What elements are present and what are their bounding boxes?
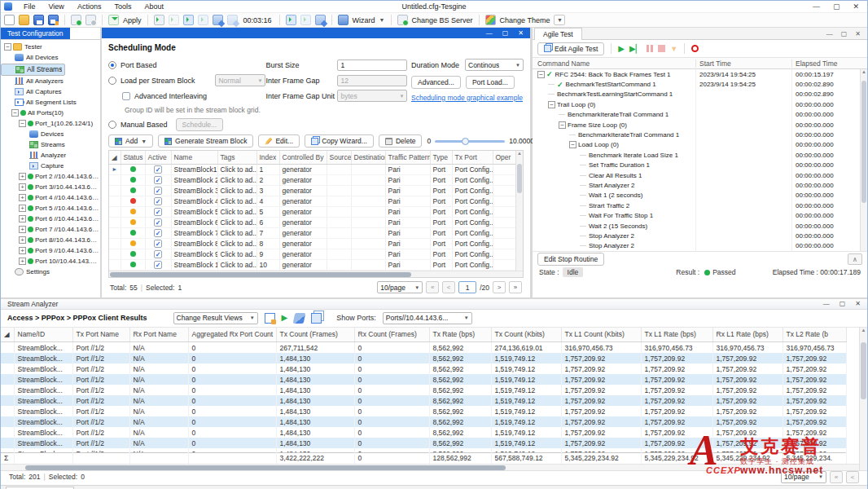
start-results-icon[interactable]: ▶ (282, 314, 288, 322)
column-command-name[interactable]: Command Name (533, 59, 695, 68)
wizard-dropdown-icon[interactable]: ▼ (379, 17, 385, 23)
column-elapsed-time[interactable]: Elapsed Time (791, 59, 867, 68)
column-tags[interactable]: Tags (217, 151, 256, 164)
clear-results-icon[interactable] (293, 313, 306, 324)
active-checkbox[interactable]: ✓ (154, 240, 162, 248)
row-selector[interactable] (1, 363, 14, 374)
row-selector[interactable] (1, 416, 14, 427)
stream-row[interactable]: ►✓StreamBlock1Click to ad...1generatorPa… (109, 164, 515, 174)
tree-item[interactable]: +Port 8//10.44.143.64/1/1 (1, 235, 100, 245)
wizard-label[interactable]: Wizard (353, 16, 375, 24)
new-file-icon[interactable] (4, 15, 15, 25)
column-tx-port[interactable]: Tx Port (452, 151, 493, 164)
analyzer-hscrollbar[interactable] (1, 464, 867, 470)
wizard-icon[interactable] (338, 15, 349, 25)
agile-command-row[interactable]: Clear All Results 100:00:00.000 (533, 170, 867, 180)
stream-row[interactable]: ✓StreamBlock 4Click to ad...4generatorPa… (109, 196, 515, 206)
analyzer-row[interactable]: StreamBlock...Port //1/2N/A01,484,13008,… (1, 416, 846, 427)
sequencer-stop-icon[interactable] (300, 15, 311, 25)
agile-command-row[interactable]: ✓BechmarkTestStartCommand 12023/9/14 19:… (533, 79, 867, 89)
row-selector[interactable] (1, 353, 14, 363)
page-size-select[interactable]: 10/page▼ (377, 281, 423, 293)
active-checkbox[interactable]: ✓ (154, 218, 162, 227)
column-tx-count-kbits-[interactable]: Tx Count (Kbits) (491, 328, 561, 342)
tab-test-configuration[interactable]: Test Configuration (1, 28, 70, 39)
analyzer-row[interactable]: StreamBlock...Port //1/2N/A0267,711,5420… (1, 342, 846, 353)
active-checkbox[interactable]: ✓ (154, 250, 162, 258)
column-tx-count-frames-[interactable]: Tx Count (Frames) (276, 328, 354, 342)
column-type[interactable]: Type (430, 151, 452, 164)
pause-icon[interactable] (647, 45, 653, 52)
analyzer-row[interactable]: StreamBlock...Port //1/2N/A01,484,13008,… (1, 385, 846, 395)
column-rx-count-frames-[interactable]: Rx Count (Frames) (354, 328, 429, 342)
analyzer-row[interactable]: StreamBlock...Port //1/2N/A01,484,13008,… (1, 353, 846, 363)
radio-icon[interactable] (108, 61, 116, 69)
copy-wizard-button[interactable]: Copy Wizard... (305, 134, 374, 148)
agile-vscrollbar[interactable]: ▲ (860, 69, 867, 251)
step-icon[interactable]: ▶▏ (629, 45, 642, 53)
change-theme-label[interactable]: Change Theme (500, 16, 550, 24)
save-icon[interactable] (33, 15, 44, 25)
active-checkbox[interactable]: ✓ (154, 187, 162, 195)
start-analyzer-icon[interactable] (183, 15, 194, 25)
panel-close-icon[interactable]: ✕ (855, 300, 861, 307)
column-start-time[interactable]: Start Time (695, 59, 791, 68)
tree-item[interactable]: All Devices (1, 52, 100, 63)
column-aggregated-rx-port-count[interactable]: Aggregated Rx Port Count (188, 328, 276, 342)
tab-log-160-[interactable]: Log(160) (218, 487, 264, 489)
open-file-icon[interactable] (19, 15, 29, 25)
column-tx-l1-count-kbits-[interactable]: Tx L1 Count (Kbits) (561, 328, 641, 342)
active-checkbox[interactable]: ✓ (154, 229, 162, 237)
sequencer-start-icon[interactable] (286, 15, 296, 25)
menu-file[interactable]: File (17, 2, 42, 11)
agile-command-row[interactable]: −✓RFC 2544: Back To Back Frames Test 120… (533, 69, 867, 79)
active-checkbox[interactable]: ✓ (154, 197, 162, 205)
stream-row[interactable]: ✓StreamBlock 8Click to ad...8generatorPa… (109, 238, 515, 249)
collapse-icon[interactable]: − (537, 71, 545, 78)
active-checkbox[interactable]: ✓ (154, 176, 162, 184)
tree-item[interactable]: +Port 3//10.44.143.64/1/1 (1, 182, 100, 192)
tree-item[interactable]: All Segment Lists (1, 97, 100, 108)
expand-icon[interactable]: + (19, 258, 26, 265)
column-status[interactable]: Status (121, 151, 145, 164)
row-selector[interactable] (1, 374, 14, 385)
expand-icon[interactable]: + (19, 226, 26, 233)
menu-about[interactable]: About (138, 2, 170, 11)
tab-agile-test[interactable]: Agile Test (534, 28, 582, 40)
column-tx-rate-bps-[interactable]: Tx Rate (bps) (429, 328, 491, 342)
panel-maximize-icon[interactable]: ▢ (502, 29, 509, 37)
stream-row[interactable]: ✓StreamBlock 7Click to ad...7generatorPa… (109, 227, 515, 238)
tree-item[interactable]: +Port 6 //10.44.143.64/1/1 (1, 214, 100, 224)
tab-test-suite-analyzer[interactable]: Test Suite Analyzer (139, 487, 216, 489)
stream-row[interactable]: ✓StreamBlock 2Click to ad...2generatorPa… (109, 174, 515, 185)
stream-grid-vscrollbar[interactable]: ▲ (515, 151, 523, 271)
agile-command-row[interactable]: Start Analyzer 200:00:00.000 (533, 180, 867, 190)
column-name-id[interactable]: Name/ID (14, 328, 72, 342)
last-page-button[interactable]: » (509, 281, 522, 293)
edit-agile-test-button[interactable]: Edit Agile Test (537, 42, 604, 55)
row-selector[interactable] (1, 406, 14, 416)
agile-command-row[interactable]: Stop Analyzer 200:00:00.000 (533, 241, 867, 251)
panel-minimize-icon[interactable]: — (823, 300, 830, 307)
first-page-button[interactable]: « (830, 471, 843, 483)
column-destination[interactable]: Destination (351, 151, 385, 164)
column-active[interactable]: Active (145, 151, 171, 164)
expand-icon[interactable]: + (19, 183, 26, 191)
stream-row[interactable]: ✓StreamBlock 3Click to ad...3generatorPa… (109, 185, 515, 196)
agile-command-row[interactable]: Stop Analyzer 200:00:00.000 (533, 231, 867, 240)
stream-row[interactable]: ✓StreamBlock 9Click to ad...9generatorPa… (109, 249, 515, 259)
panel-close-icon[interactable]: ✕ (855, 30, 861, 37)
column-index[interactable]: Index (256, 151, 279, 164)
skip-icon[interactable]: ▼ (670, 45, 677, 53)
column-oper[interactable]: Oper (493, 151, 515, 164)
first-page-button[interactable]: « (426, 281, 439, 293)
tab-stream-analyzer[interactable]: Stream Analyzer (6, 487, 74, 489)
page-size-select[interactable]: 10/page▼ (781, 471, 826, 483)
collapse-icon[interactable]: − (559, 121, 566, 129)
agile-command-row[interactable]: Wait For Traffic Stop 100:00:00.000 (533, 210, 867, 220)
analyzer-row[interactable]: StreamBlock...Port //1/2N/A01,484,13008,… (1, 406, 846, 416)
row-selector[interactable] (1, 395, 14, 406)
menu-tools[interactable]: Tools (107, 2, 138, 11)
agile-command-row[interactable]: Wait 2 (15 Seconds)00:00:00.000 (533, 221, 867, 231)
active-checkbox[interactable]: ✓ (154, 208, 162, 216)
